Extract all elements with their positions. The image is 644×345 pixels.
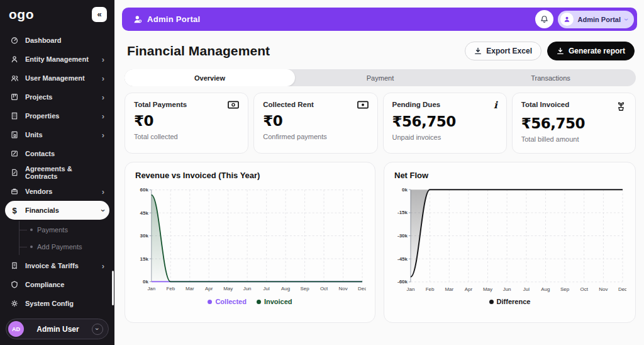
sidebar-item-projects[interactable]: Projects› xyxy=(5,88,109,106)
chart-legend: CollectedInvoiced xyxy=(134,298,366,305)
stat-card-total-payments: Total Payments₹0Total collected xyxy=(125,93,248,154)
building-icon xyxy=(10,112,19,120)
legend-label: Collected xyxy=(215,298,247,305)
tab-overview[interactable]: Overview xyxy=(125,69,295,86)
svg-text:Oct: Oct xyxy=(580,286,588,292)
sidebar-item-system-config[interactable]: System Config xyxy=(5,294,109,313)
chart-card-revenue-vs-invoiced-this-year: Revenue vs Invoiced (This Year)0k15k30k4… xyxy=(125,162,375,323)
chart-legend: Difference xyxy=(393,298,626,305)
stat-card-header: Collected Rent xyxy=(263,101,368,109)
svg-text:Mar: Mar xyxy=(186,286,194,291)
net-flow-chart: -60k-45k-30k-15k0kJanFebMarAprMayJunJulA… xyxy=(393,185,626,293)
sidebar-item-dashboard[interactable]: Dashboard xyxy=(5,31,109,50)
svg-text:45k: 45k xyxy=(140,210,149,216)
profile-label: Admin Portal xyxy=(578,16,621,23)
sidebar-scrollbar[interactable] xyxy=(112,271,114,305)
tab-payment[interactable]: Payment xyxy=(295,69,465,86)
chevron-down-icon: › xyxy=(622,18,631,21)
bell-icon xyxy=(540,15,548,23)
legend-label: Invoiced xyxy=(264,298,292,305)
sidebar-item-user-management[interactable]: User Management› xyxy=(5,69,109,88)
chevron-right-icon: › xyxy=(102,93,104,101)
chevron-right-icon: › xyxy=(102,55,104,64)
user-name: Admin User xyxy=(24,325,92,334)
sidebar-submenu-financials: PaymentsAdd Payments xyxy=(19,221,114,255)
sidebar-item-properties[interactable]: Properties› xyxy=(5,106,109,125)
svg-text:Jul: Jul xyxy=(264,286,270,291)
legend-dot-icon xyxy=(257,300,261,304)
svg-text:-30k: -30k xyxy=(397,233,408,239)
sidebar-collapse-button[interactable]: « xyxy=(92,7,107,22)
download-icon xyxy=(474,47,482,55)
svg-text:Aug: Aug xyxy=(541,286,550,292)
svg-text:Nov: Nov xyxy=(599,286,608,292)
avatar: AD xyxy=(8,321,24,337)
legend-item-collected[interactable]: Collected xyxy=(208,298,247,305)
svg-text:-60k: -60k xyxy=(397,279,408,285)
chevron-right-icon: › xyxy=(102,188,104,196)
chevron-right-icon: › xyxy=(102,262,104,270)
legend-dot-icon xyxy=(489,300,494,304)
stat-card-header: Total Invoiced xyxy=(521,101,626,111)
sidebar-item-vendors[interactable]: Vendors› xyxy=(5,182,109,201)
chart-title: Revenue vs Invoiced (This Year) xyxy=(135,171,366,180)
stat-value: ₹0 xyxy=(263,113,368,129)
svg-text:Sep: Sep xyxy=(560,286,570,292)
svg-text:Feb: Feb xyxy=(166,286,175,291)
topbar-actions: Admin Portal › xyxy=(535,10,634,28)
person-icon xyxy=(10,55,19,63)
charts-row: Revenue vs Invoiced (This Year)0k15k30k4… xyxy=(125,162,636,323)
svg-text:Dec: Dec xyxy=(358,286,366,291)
sidebar-item-label: Entity Management xyxy=(25,55,89,63)
profile-menu[interactable]: Admin Portal › xyxy=(558,11,634,28)
sidebar-item-compliance[interactable]: Compliance xyxy=(5,275,109,294)
svg-text:0k: 0k xyxy=(402,187,408,193)
sidebar-item-label: System Config xyxy=(25,300,74,307)
sidebar-item-contacts[interactable]: Contacts xyxy=(5,144,109,163)
sidebar-item-agreements-contracts[interactable]: Agreements & Contracts xyxy=(5,163,109,182)
svg-text:Jun: Jun xyxy=(503,286,511,292)
users-icon xyxy=(10,74,19,82)
person-icon xyxy=(560,13,574,26)
svg-text:-45k: -45k xyxy=(397,256,408,262)
sidebar-item-financials[interactable]: $Financials› xyxy=(5,201,109,220)
page-actions: Export Excel Generate report xyxy=(465,42,635,60)
info-icon[interactable]: i xyxy=(494,101,497,110)
sidebar-nav: DashboardEntity Management›User Manageme… xyxy=(0,26,114,315)
brand-title: Admin Portal xyxy=(147,14,201,24)
sidebar-item-label: Projects xyxy=(25,93,52,101)
generate-report-label: Generate report xyxy=(569,47,625,55)
svg-text:30k: 30k xyxy=(140,233,149,239)
banknote-dot-icon xyxy=(357,101,369,109)
stat-card-header: Total Payments xyxy=(134,101,239,109)
chart-card-net-flow: Net Flow-60k-45k-30k-15k0kJanFebMarAprMa… xyxy=(384,162,636,323)
sidebar-item-entity-management[interactable]: Entity Management› xyxy=(5,50,109,69)
notifications-button[interactable] xyxy=(535,10,553,28)
export-excel-button[interactable]: Export Excel xyxy=(465,42,541,60)
tab-transactions[interactable]: Transactions xyxy=(465,69,636,86)
svg-text:May: May xyxy=(483,286,492,292)
svg-text:Sep: Sep xyxy=(301,286,310,291)
page-title: Financial Management xyxy=(127,43,270,59)
legend-item-invoiced[interactable]: Invoiced xyxy=(257,298,292,305)
sidebar-subitem-add-payments[interactable]: Add Payments xyxy=(19,238,114,255)
generate-report-button[interactable]: Generate report xyxy=(547,42,635,60)
invoice-icon xyxy=(10,262,19,269)
stat-title: Total Invoiced xyxy=(521,101,569,108)
svg-text:May: May xyxy=(223,286,233,291)
svg-text:Oct: Oct xyxy=(320,286,328,291)
svg-text:Jan: Jan xyxy=(406,286,414,292)
sidebar-item-label: Contacts xyxy=(25,150,55,157)
svg-text:Jun: Jun xyxy=(243,286,252,291)
user-menu[interactable]: AD Admin User › xyxy=(6,319,109,339)
dollar-icon: $ xyxy=(10,206,19,215)
sidebar-item-invoice-tariffs[interactable]: Invoice & Tariffs› xyxy=(5,256,109,275)
bullet-icon xyxy=(30,229,33,231)
sidebar-subitem-payments[interactable]: Payments xyxy=(19,221,114,238)
kanban-icon xyxy=(10,93,19,101)
sidebar-item-units[interactable]: Units› xyxy=(5,125,109,144)
download-icon xyxy=(557,47,564,55)
legend-item-difference[interactable]: Difference xyxy=(489,298,531,305)
svg-text:Feb: Feb xyxy=(426,286,435,292)
page-header: Financial Management Export Excel Genera… xyxy=(127,42,635,60)
